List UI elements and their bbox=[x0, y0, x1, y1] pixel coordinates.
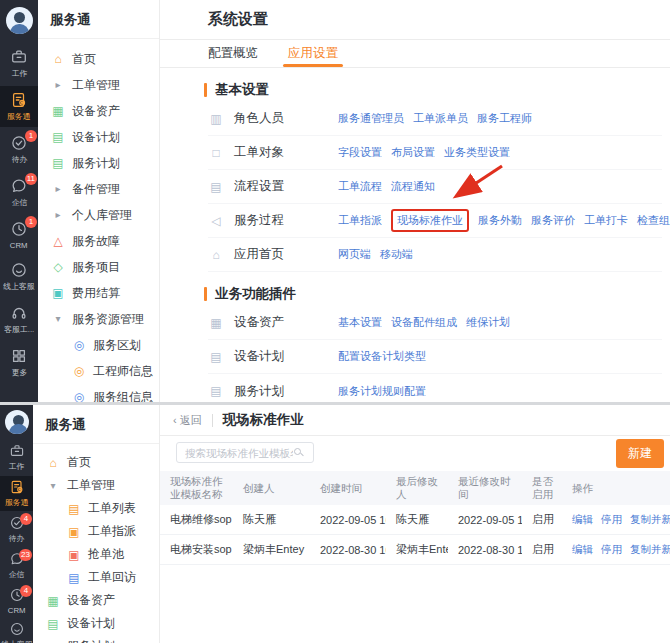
avatar[interactable] bbox=[6, 7, 33, 34]
rail-item-briefcase[interactable]: 工作 bbox=[0, 43, 38, 84]
rail-item-todo-check[interactable]: 4待办 bbox=[0, 512, 33, 547]
rail-item-chat[interactable]: 23企信 bbox=[0, 548, 33, 583]
sidebar-item-label: 服务计划 bbox=[67, 638, 115, 643]
settings-link[interactable]: 服务计划规则配置 bbox=[338, 384, 426, 399]
asset-icon: ▦ bbox=[51, 105, 65, 117]
rail-item-label: 工作 bbox=[9, 461, 25, 472]
order-pool-icon: ▣ bbox=[67, 549, 81, 561]
rail-item-service-doc[interactable]: 服务通 bbox=[0, 86, 38, 127]
sidebar-item-billing[interactable]: ▣费用结算 bbox=[38, 280, 159, 306]
rail-item-todo-check[interactable]: 1待办 bbox=[0, 129, 38, 170]
settings-link[interactable]: 工单流程 bbox=[338, 179, 382, 194]
settings-link[interactable]: 工单打卡 bbox=[584, 213, 628, 228]
settings-link[interactable]: 配置设备计划类型 bbox=[338, 349, 426, 364]
settings-link[interactable]: 流程通知 bbox=[391, 179, 435, 194]
sidebar-item-device-plan[interactable]: ▤设备计划 bbox=[33, 612, 159, 635]
rail-item-service-doc[interactable]: 服务通 bbox=[0, 476, 33, 511]
settings-link[interactable]: 检查组 bbox=[637, 213, 670, 228]
table-header-cell: 是否启用 bbox=[522, 471, 562, 505]
table-cell: 电梯维修sop bbox=[160, 505, 233, 535]
new-button[interactable]: 新建 bbox=[616, 439, 664, 468]
settings-link[interactable]: 工单指派 bbox=[338, 213, 382, 228]
notification-badge: 1 bbox=[25, 130, 37, 142]
sidebar-item-order-visit[interactable]: ▤工单回访 bbox=[33, 566, 159, 589]
rail-item-clock[interactable]: 4CRM bbox=[0, 584, 33, 617]
table-cell: 启用 bbox=[522, 535, 562, 565]
sidebar-item-label: 服务资源管理 bbox=[72, 311, 144, 328]
fault-icon: △ bbox=[51, 235, 65, 247]
rail-item-chat[interactable]: 11企信 bbox=[0, 172, 38, 213]
settings-link[interactable]: 设备配件组成 bbox=[391, 315, 457, 330]
highlighted-link[interactable]: 现场标准作业 bbox=[391, 209, 469, 232]
action-link[interactable]: 停用 bbox=[601, 543, 622, 555]
table-header-cell: 最后修改人 bbox=[386, 471, 448, 505]
sidebar-item-caret-down[interactable]: ▾工单管理 bbox=[33, 474, 159, 497]
settings-row-label: 服务计划 bbox=[234, 383, 338, 400]
home-icon: ⌂ bbox=[51, 53, 65, 65]
avatar[interactable] bbox=[5, 410, 29, 434]
notification-badge: 4 bbox=[20, 585, 32, 597]
settings-link[interactable]: 服务外勤 bbox=[478, 213, 522, 228]
bottom-screenshot-panel: 工作服务通4待办23企信4CRM线上客服 服务通 ⌂首页▾工单管理▤工单列表▣工… bbox=[0, 405, 670, 643]
rail-item-smile-chat[interactable]: 线上客服 bbox=[0, 256, 38, 297]
sidebar-item-order-assign[interactable]: ▣工单指派 bbox=[33, 520, 159, 543]
settings-row-process: ◁服务过程工单指派现场标准作业服务外勤服务评价工单打卡检查组 bbox=[208, 204, 662, 238]
settings-link[interactable]: 服务评价 bbox=[531, 213, 575, 228]
sidebar-item-label: 工单管理 bbox=[67, 477, 115, 494]
settings-row-device-plan-plugin: ▤设备计划配置设备计划类型 bbox=[208, 340, 662, 374]
settings-link[interactable]: 业务类型设置 bbox=[444, 145, 510, 160]
action-link[interactable]: 停用 bbox=[601, 513, 622, 525]
sidebar-item-asset[interactable]: ▦设备资产 bbox=[33, 589, 159, 612]
sidebar-item-fault[interactable]: △服务故障 bbox=[38, 228, 159, 254]
sidebar-item-engineer[interactable]: ◎工程师信息 bbox=[38, 358, 159, 384]
tab-active[interactable]: 应用设置 bbox=[288, 40, 338, 67]
sidebar-item-group[interactable]: ◎服务组信息 bbox=[38, 384, 159, 402]
device-plan-plugin-icon: ▤ bbox=[208, 350, 224, 364]
rail-item-clock[interactable]: 1CRM bbox=[0, 215, 38, 254]
settings-link[interactable]: 布局设置 bbox=[391, 145, 435, 160]
settings-row-roles: ▥角色人员服务通管理员工单派单员服务工程师 bbox=[208, 102, 662, 136]
sidebar-item-caret-down[interactable]: ▾服务资源管理 bbox=[38, 306, 159, 332]
rail-item-smile-chat[interactable]: 线上客服 bbox=[0, 618, 33, 643]
rail-item-headset[interactable]: 客服工... bbox=[0, 299, 38, 340]
settings-link[interactable]: 基本设置 bbox=[338, 315, 382, 330]
tab-inactive[interactable]: 配置概览 bbox=[208, 40, 258, 67]
settings-link[interactable]: 服务工程师 bbox=[477, 111, 532, 126]
sidebar-item-home[interactable]: ⌂首页 bbox=[38, 46, 159, 72]
grid-icon bbox=[10, 347, 28, 365]
sidebar-item-asset[interactable]: ▦设备资产 bbox=[38, 98, 159, 124]
action-link[interactable]: 复制并新建 bbox=[630, 513, 670, 525]
settings-link[interactable]: 字段设置 bbox=[338, 145, 382, 160]
sidebar-item-order-list[interactable]: ▤工单列表 bbox=[33, 497, 159, 520]
settings-link[interactable]: 服务通管理员 bbox=[338, 111, 404, 126]
settings-row-label: 服务过程 bbox=[234, 212, 338, 229]
settings-link[interactable]: 维保计划 bbox=[466, 315, 510, 330]
action-link[interactable]: 编辑 bbox=[572, 513, 593, 525]
table-cell: 启用 bbox=[522, 505, 562, 535]
settings-link[interactable]: 移动端 bbox=[380, 247, 413, 262]
rail-item-briefcase[interactable]: 工作 bbox=[0, 440, 33, 475]
rail-item-grid[interactable]: 更多 bbox=[0, 342, 38, 383]
sidebar-item-region[interactable]: ◎服务区划 bbox=[38, 332, 159, 358]
sop-main: 返回 现场标准作业 新建 现场标准作业模板名称创建人创建时间最后修改人最近修改时… bbox=[160, 405, 670, 643]
settings-row-order-object: □工单对象字段设置布局设置业务类型设置 bbox=[208, 136, 662, 170]
page-title: 系统设置 bbox=[160, 0, 670, 40]
sidebar-item-caret-right[interactable]: ▸工单管理 bbox=[38, 72, 159, 98]
rail-item-label: 工作 bbox=[11, 68, 27, 79]
settings-row-app-home: ⌂应用首页网页端移动端 bbox=[208, 238, 662, 272]
app-rail: 工作服务通1待办11企信1CRM线上客服客服工...更多 bbox=[0, 0, 38, 402]
sidebar-item-caret-right[interactable]: ▸个人库管理 bbox=[38, 202, 159, 228]
back-button[interactable]: 返回 bbox=[173, 413, 202, 428]
action-link[interactable]: 复制并新建 bbox=[630, 543, 670, 555]
sidebar-item-service-plan[interactable]: ▤服务计划 bbox=[33, 635, 159, 643]
sidebar-item-home[interactable]: ⌂首页 bbox=[33, 451, 159, 474]
action-link[interactable]: 编辑 bbox=[572, 543, 593, 555]
sidebar-item-project[interactable]: ◇服务项目 bbox=[38, 254, 159, 280]
sidebar-item-caret-right[interactable]: ▸备件管理 bbox=[38, 176, 159, 202]
settings-link[interactable]: 工单派单员 bbox=[413, 111, 468, 126]
sidebar-item-label: 首页 bbox=[67, 454, 91, 471]
sidebar-item-device-plan[interactable]: ▤设备计划 bbox=[38, 124, 159, 150]
sidebar-item-service-plan[interactable]: ▤服务计划 bbox=[38, 150, 159, 176]
settings-link[interactable]: 网页端 bbox=[338, 247, 371, 262]
sidebar-item-order-pool[interactable]: ▣抢单池 bbox=[33, 543, 159, 566]
